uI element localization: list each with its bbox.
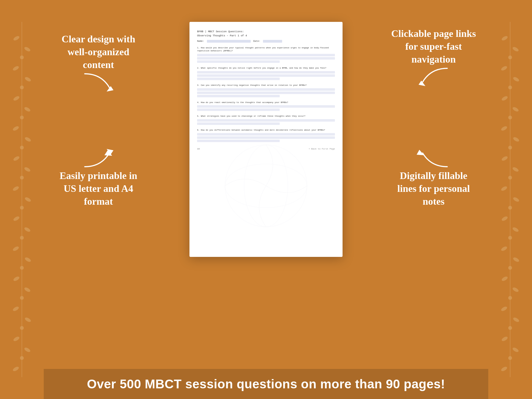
answer-line — [197, 136, 335, 139]
svg-point-54 — [501, 216, 508, 222]
question-2-answer[interactable] — [197, 71, 335, 80]
page-number: 16 — [197, 148, 200, 150]
question-3: 3. Can you identify any recurring negati… — [197, 84, 335, 97]
svg-point-31 — [13, 336, 20, 342]
svg-point-29 — [24, 317, 32, 323]
date-label: Date: — [253, 40, 261, 43]
printable-text: Easily printable in US letter and A4 for… — [55, 169, 142, 208]
annotation-fillable: Digitally fillable lines for personal no… — [390, 145, 477, 208]
answer-line — [197, 60, 280, 63]
arrow-down-right-2-icon — [79, 145, 118, 169]
svg-point-7 — [13, 95, 20, 101]
answer-line — [197, 105, 335, 108]
svg-point-26 — [24, 287, 31, 293]
document-wrapper: BFRB | MBCT Session Questions: Observing… — [142, 16, 390, 257]
clear-design-text: Clear design with well-organized content — [55, 33, 142, 71]
annotation-clear-design: Clear design with well-organized content — [55, 33, 142, 96]
svg-point-4 — [12, 65, 20, 71]
back-to-first-page-link[interactable]: + Back to First Page — [309, 148, 335, 150]
floral-decoration-left — [0, 0, 44, 399]
svg-point-63 — [501, 306, 508, 312]
svg-point-8 — [24, 106, 31, 112]
svg-marker-70 — [107, 86, 113, 92]
svg-point-62 — [508, 296, 512, 300]
answer-line — [197, 78, 280, 80]
svg-point-13 — [13, 156, 20, 162]
answer-line — [197, 54, 335, 56]
svg-point-39 — [501, 65, 508, 71]
svg-point-48 — [501, 156, 508, 162]
svg-point-67 — [512, 347, 519, 353]
svg-point-45 — [501, 125, 508, 131]
main-container: Clear design with well-organized content… — [44, 0, 488, 399]
question-6: 6. How do you differentiate between auto… — [197, 129, 335, 142]
answer-line — [197, 88, 335, 91]
name-label: Name: — [197, 40, 204, 43]
svg-point-18 — [20, 206, 24, 210]
question-2-text: 2. What specific thoughts do you notice … — [197, 67, 335, 70]
svg-point-55 — [512, 227, 519, 233]
svg-point-2 — [24, 46, 31, 52]
date-field[interactable] — [263, 40, 282, 43]
svg-point-25 — [13, 276, 20, 282]
svg-point-64 — [513, 317, 520, 323]
question-1-answer[interactable] — [197, 54, 335, 63]
svg-point-49 — [512, 166, 519, 172]
svg-marker-76 — [419, 81, 425, 86]
svg-point-60 — [501, 276, 508, 282]
doc-footer: 16 + Back to First Page — [197, 148, 335, 150]
question-4-text: 4. How do you react emotionally to the t… — [197, 101, 335, 104]
annotation-clickable: Clickable page links for super-fast navi… — [390, 27, 477, 90]
question-3-answer[interactable] — [197, 88, 335, 97]
question-6-answer[interactable] — [197, 133, 335, 142]
svg-point-15 — [20, 176, 24, 180]
svg-point-52 — [513, 196, 520, 203]
svg-point-33 — [20, 356, 24, 360]
question-2: 2. What specific thoughts do you notice … — [197, 67, 335, 80]
svg-point-41 — [508, 86, 512, 89]
svg-point-16 — [12, 186, 20, 192]
answer-line — [197, 108, 280, 111]
question-4: 4. How do you react emotionally to the t… — [197, 101, 335, 111]
bottom-banner-text: Over 500 MBCT session questions on more … — [55, 377, 477, 391]
question-5: 5. What strategies have you used to chal… — [197, 115, 335, 125]
svg-point-56 — [508, 236, 512, 240]
svg-point-37 — [512, 46, 519, 52]
floral-decoration-right — [488, 0, 532, 399]
question-1: 1. How would you describe your typical t… — [197, 46, 335, 63]
svg-point-46 — [513, 136, 520, 142]
answer-line — [197, 71, 335, 74]
name-field[interactable] — [207, 40, 251, 43]
answer-line — [197, 140, 280, 142]
annotation-printable: Easily printable in US letter and A4 for… — [55, 145, 142, 208]
svg-marker-77 — [417, 150, 424, 155]
doc-name-date-row: Name: Date: — [197, 40, 335, 43]
svg-point-21 — [20, 236, 24, 240]
arrow-left-icon — [414, 66, 453, 90]
question-4-answer[interactable] — [197, 105, 335, 111]
svg-point-5 — [24, 76, 32, 82]
svg-point-53 — [508, 206, 512, 210]
svg-point-36 — [501, 35, 508, 41]
svg-point-14 — [24, 166, 31, 172]
question-5-answer[interactable] — [197, 119, 335, 125]
answer-line — [197, 95, 280, 97]
svg-point-17 — [24, 196, 32, 203]
svg-point-47 — [508, 146, 512, 149]
left-annotations: Clear design with well-organized content… — [55, 16, 142, 208]
svg-point-40 — [513, 76, 520, 82]
top-area: Clear design with well-organized content… — [44, 0, 488, 369]
svg-point-68 — [508, 356, 512, 360]
svg-point-23 — [24, 257, 32, 263]
svg-point-30 — [20, 326, 24, 330]
svg-point-51 — [501, 186, 508, 192]
svg-point-28 — [12, 306, 20, 312]
svg-point-9 — [20, 116, 24, 119]
svg-point-11 — [24, 136, 32, 142]
svg-point-69 — [501, 366, 508, 372]
arrow-down-right-icon — [79, 71, 118, 96]
bottom-banner: Over 500 MBCT session questions on more … — [44, 369, 488, 399]
question-6-text: 6. How do you differentiate between auto… — [197, 129, 335, 132]
answer-line — [197, 122, 280, 125]
question-3-text: 3. Can you identify any recurring negati… — [197, 84, 335, 87]
